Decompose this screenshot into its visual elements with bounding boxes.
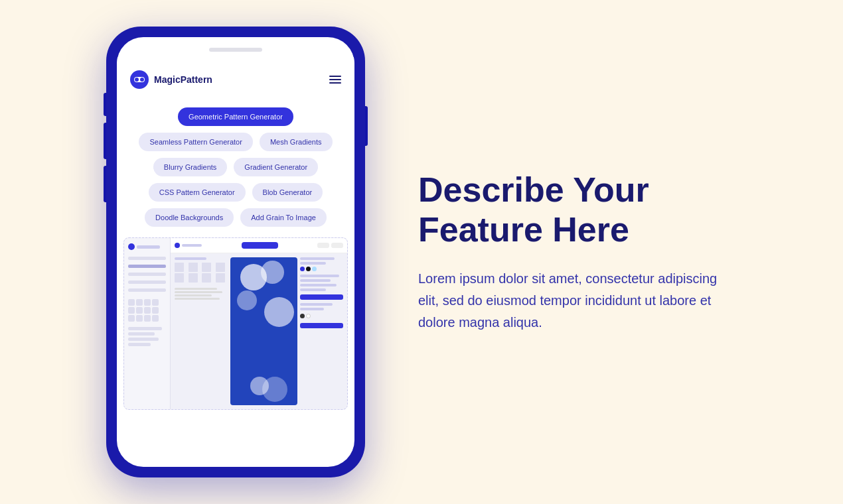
mini-right-row-7 xyxy=(300,303,333,306)
mini-menu-4 xyxy=(128,281,166,284)
mini-action-button xyxy=(300,294,343,300)
mini-top-bar xyxy=(171,238,347,253)
nav-pill-blob[interactable]: Blob Generator xyxy=(252,183,323,202)
color-dot-dark-2 xyxy=(300,314,305,318)
mini-color-dots xyxy=(300,267,343,271)
mini-icon-10 xyxy=(136,315,143,322)
nav-pill-css[interactable]: CSS Pattern Generator xyxy=(149,183,246,202)
mini-panel-title xyxy=(175,257,206,260)
logo-area: MagicPattern xyxy=(130,70,212,89)
mini-main-content xyxy=(171,238,347,409)
canvas-circle-4 xyxy=(264,297,294,327)
mini-top-dot xyxy=(175,243,180,248)
app-screenshot-preview xyxy=(123,237,348,410)
mini-icon-row-3 xyxy=(128,315,166,322)
mini-sidebar xyxy=(124,238,171,409)
canvas-circle-2 xyxy=(261,261,284,284)
nav-pill-geometric[interactable]: Geometric Pattern Generator xyxy=(178,107,293,126)
mini-pattern-cell-6 xyxy=(189,273,198,283)
mini-icon-5 xyxy=(128,307,135,314)
mini-top-action-1 xyxy=(317,243,329,248)
mini-icon-grid xyxy=(128,299,166,322)
logo-svg xyxy=(134,76,145,83)
mini-right-row-3 xyxy=(300,275,339,277)
mini-sidebar-header xyxy=(128,243,166,250)
nav-pill-mesh[interactable]: Mesh Gradients xyxy=(260,133,333,151)
mini-logo-text-bar xyxy=(137,245,160,249)
screenshot-inner xyxy=(124,238,347,409)
mini-controls xyxy=(175,288,228,300)
nav-pill-grain[interactable]: Add Grain To Image xyxy=(240,208,327,227)
logo-text: MagicPattern xyxy=(154,74,212,85)
mini-icon-6 xyxy=(136,307,143,314)
mini-right-panel xyxy=(300,257,343,405)
phone-side-button-right xyxy=(365,106,368,146)
mini-text-1 xyxy=(128,327,162,330)
headline-line2: Feature Here xyxy=(418,210,629,249)
hamburger-line-2 xyxy=(329,79,341,80)
headline: Describe Your Feature Here xyxy=(418,170,737,250)
color-dot-dark xyxy=(306,267,311,271)
mini-menu-3 xyxy=(128,273,166,276)
mini-color-dots-2 xyxy=(300,314,343,318)
mini-top-action-2 xyxy=(331,243,343,248)
nav-pill-seamless[interactable]: Seamless Pattern Generator xyxy=(139,133,252,151)
mini-top-text xyxy=(182,244,202,247)
mini-text-lines xyxy=(128,327,166,348)
svg-point-2 xyxy=(140,78,144,82)
mini-pattern-cell-5 xyxy=(175,273,184,283)
nav-pills-container: Geometric Pattern Generator Seamless Pat… xyxy=(117,97,354,237)
mini-right-row-1 xyxy=(300,257,335,260)
phone-outer-frame: MagicPattern Geometric Pattern Generator xyxy=(106,27,365,477)
mini-right-row-2 xyxy=(300,262,326,265)
mini-control-4 xyxy=(175,298,220,300)
svg-point-1 xyxy=(135,78,139,82)
description-text: Lorem ipsum dolor sit amet, consectetur … xyxy=(418,268,737,334)
hamburger-menu[interactable] xyxy=(329,76,341,84)
mini-canvas-area xyxy=(171,253,347,409)
mini-right-row-8 xyxy=(300,308,324,310)
mini-top-logo xyxy=(175,243,202,248)
phone-side-button-left-3 xyxy=(104,166,106,202)
mini-icon-2 xyxy=(136,299,143,306)
logo-icon xyxy=(130,70,149,89)
mini-icon-7 xyxy=(144,307,151,314)
mini-text-3 xyxy=(128,338,159,341)
mini-menu-1 xyxy=(128,257,166,260)
color-dot-white xyxy=(306,314,311,318)
mini-control-2 xyxy=(175,291,222,293)
hamburger-line-3 xyxy=(329,82,341,84)
mini-pattern-cell-2 xyxy=(189,263,198,272)
mini-pattern-cell-1 xyxy=(175,263,184,272)
nav-row-4: CSS Pattern Generator Blob Generator xyxy=(149,183,323,202)
mini-pattern-grid xyxy=(175,263,228,283)
mini-icon-4 xyxy=(152,299,159,306)
mini-icon-3 xyxy=(144,299,151,306)
mini-pattern-cell-8 xyxy=(216,273,225,283)
mini-top-button xyxy=(242,242,278,249)
mini-canvas xyxy=(230,257,297,405)
nav-pill-gradient[interactable]: Gradient Generator xyxy=(234,158,318,176)
headline-line1: Describe Your xyxy=(418,170,649,209)
mini-text-4 xyxy=(128,343,151,346)
color-dot-light xyxy=(312,267,317,271)
hamburger-line-1 xyxy=(329,76,341,77)
mini-control-1 xyxy=(175,288,217,290)
phone-screen: MagicPattern Geometric Pattern Generator xyxy=(117,37,354,467)
nav-pill-blurry[interactable]: Blurry Gradients xyxy=(153,158,227,176)
phone-top-bar: MagicPattern xyxy=(117,57,354,97)
mini-right-row-6 xyxy=(300,288,326,291)
mini-pattern-cell-7 xyxy=(202,273,211,283)
mini-icon-row-1 xyxy=(128,299,166,306)
mini-menu-2 xyxy=(128,265,166,268)
canvas-circle-3 xyxy=(237,290,257,310)
nav-pill-doodle[interactable]: Doodle Backgrounds xyxy=(145,208,234,227)
mini-icon-12 xyxy=(152,315,159,322)
mini-right-row-5 xyxy=(300,284,337,286)
mini-icon-row-2 xyxy=(128,307,166,314)
phone-side-button-left-2 xyxy=(104,123,106,159)
mini-logo-dot xyxy=(128,243,135,250)
color-dot-blue xyxy=(300,267,305,271)
mini-text-2 xyxy=(128,332,155,336)
mini-left-panel xyxy=(175,257,228,405)
